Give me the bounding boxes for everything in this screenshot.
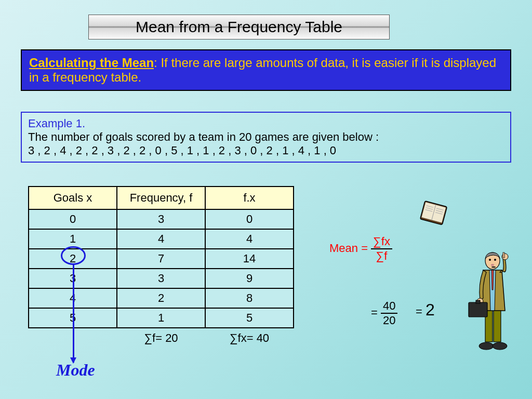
mode-label: Mode [56, 361, 95, 380]
table-row: 1 4 4 [29, 229, 294, 249]
mode-arrow-annotation [73, 264, 74, 363]
cell-fx: 4 [205, 229, 294, 249]
totals-row: ∑f= 20 ∑fx= 40 [29, 328, 294, 348]
svg-point-13 [491, 267, 496, 268]
mean-formula: Mean = ∑fx ∑f [329, 235, 392, 263]
sum-fx: ∑fx= 40 [205, 328, 294, 348]
example-title: Example 1. [28, 117, 504, 130]
svg-point-11 [494, 259, 496, 261]
cell-x: 0 [29, 209, 117, 229]
svg-rect-15 [503, 252, 504, 258]
svg-point-19 [493, 342, 507, 350]
svg-rect-22 [476, 300, 480, 303]
svg-point-18 [479, 342, 494, 350]
frequency-table: Goals x Frequency, f f.x 0 3 0 1 4 4 2 7… [28, 186, 294, 348]
table-row: 5 1 5 [29, 308, 294, 328]
cell-fx: 14 [205, 249, 294, 269]
svg-point-10 [489, 259, 491, 261]
table-row: 4 2 8 [29, 288, 294, 308]
sub-numerator: 40 [381, 299, 397, 314]
intro-heading: Calculating the Mean [29, 56, 154, 70]
mean-numerator: ∑fx [371, 235, 392, 249]
svg-rect-17 [494, 311, 501, 342]
example-desc: The number of goals scored by a team in … [28, 130, 504, 144]
cell-f: 7 [117, 249, 205, 269]
example-box: Example 1. The number of goals scored by… [21, 112, 511, 163]
header-goals: Goals x [29, 187, 117, 209]
table-row: 3 3 9 [29, 269, 294, 288]
book-icon [416, 198, 452, 230]
mean-substitution: = 40 20 [371, 299, 397, 327]
page-title: Mean from a Frequency Table [88, 15, 390, 39]
header-freq: Frequency, f [117, 187, 205, 209]
table-row: 0 3 0 [29, 209, 294, 229]
cell-f: 2 [117, 288, 205, 308]
mean-result: = 2 [416, 300, 435, 320]
cell-f: 3 [117, 209, 205, 229]
header-fx: f.x [205, 187, 294, 209]
cell-fx: 8 [205, 288, 294, 308]
businessman-icon [462, 248, 525, 357]
cell-fx: 9 [205, 269, 294, 288]
intro-box: Calculating the Mean: If there are large… [21, 49, 511, 91]
sum-f: ∑f= 20 [117, 328, 205, 348]
sub-denominator: 20 [381, 314, 397, 327]
cell-f: 3 [117, 269, 205, 288]
cell-f: 1 [117, 308, 205, 328]
svg-point-12 [491, 264, 494, 266]
result-value: 2 [425, 300, 435, 319]
mean-denominator: ∑f [371, 249, 392, 263]
cell-fx: 5 [205, 308, 294, 328]
cell-f: 4 [117, 229, 205, 249]
mean-label: Mean = [329, 242, 371, 255]
svg-rect-21 [469, 302, 487, 317]
cell-fx: 0 [205, 209, 294, 229]
example-data: 3 , 2 , 4 , 2 , 2 , 3 , 2 , 2 , 0 , 5 , … [28, 144, 504, 157]
table-header-row: Goals x Frequency, f f.x [29, 187, 294, 209]
mode-circle-annotation [61, 246, 86, 265]
